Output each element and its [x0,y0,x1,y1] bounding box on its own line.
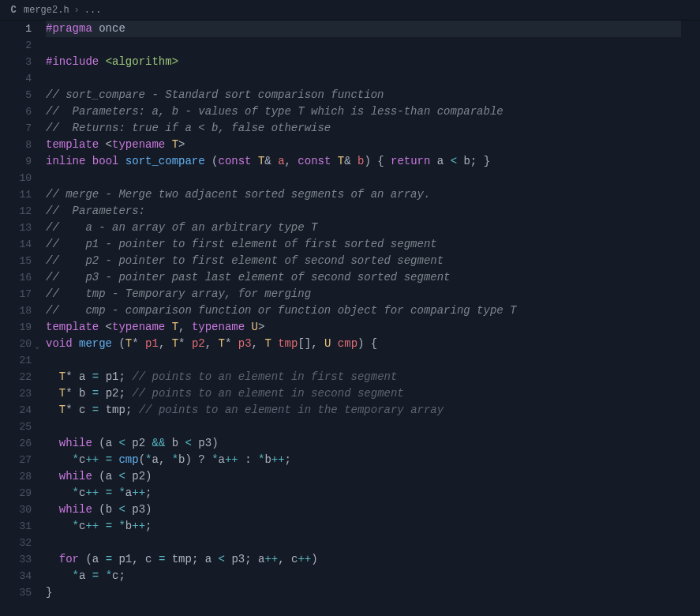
code-line[interactable] [46,70,681,87]
code-line[interactable]: // p3 - pointer past last element of sec… [46,269,681,286]
code-line[interactable]: // p1 - pointer to first element of firs… [46,236,681,253]
line-number[interactable]: 16 [0,269,32,286]
code-line[interactable]: while (a < p2) [46,468,681,485]
line-number[interactable]: 31 [0,518,32,535]
line-number[interactable]: 11 [0,186,32,203]
token: * [66,370,79,383]
token: // sort_compare - Standard sort comparis… [46,88,384,101]
token [85,155,92,167]
code-line[interactable]: // merge - Merge two adjacent sorted seg… [46,186,681,203]
token: template [46,138,99,151]
code-line[interactable]: // Returns: true if a < b, false otherwi… [46,120,681,137]
line-number[interactable]: 20⌄ [0,336,32,352]
token: // merge - Merge two adjacent sorted seg… [46,188,430,201]
token: tmp [106,404,125,416]
line-number[interactable]: 10 [0,170,32,186]
line-number[interactable]: 9 [0,153,32,170]
code-line[interactable] [46,419,681,435]
token: p3 [231,553,245,565]
line-number[interactable]: 15 [0,253,32,269]
code-line[interactable]: } [46,584,681,601]
code-line[interactable]: #include <algorithm> [46,54,681,70]
line-number[interactable]: 3 [0,54,32,70]
code-line[interactable]: *c++ = *a++; [46,485,681,501]
fold-chevron-icon[interactable]: ⌄ [32,339,39,347]
code-line[interactable]: while (b < p3) [46,501,681,518]
code-line[interactable] [46,37,681,54]
code-line[interactable]: *c++ = cmp(*a, *b) ? *a++ : *b++; [46,452,681,468]
line-number[interactable]: 8 [0,137,32,153]
line-number[interactable]: 19 [0,319,32,336]
code-line[interactable]: T* b = p2; // points to an element in se… [46,385,681,402]
line-number[interactable]: 33 [0,551,32,568]
code-line[interactable] [46,352,681,369]
code-line[interactable] [46,535,681,551]
code-line[interactable]: T* a = p1; // points to an element in fi… [46,369,681,385]
token: [], [298,337,324,350]
line-number[interactable]: 4 [0,70,32,87]
token: void [46,337,73,350]
token: = [99,520,118,532]
line-number[interactable]: 27 [0,452,32,468]
code-line[interactable]: // tmp - Temporary array, for merging [46,286,681,302]
line-number-gutter[interactable]: 1234567891011121314151617181920⌄21222324… [0,21,39,616]
code-line[interactable]: // p2 - pointer to first element of seco… [46,253,681,269]
line-number[interactable]: 29 [0,485,32,501]
line-number[interactable]: 7 [0,120,32,137]
code-area[interactable]: #pragma once#include <algorithm>// sort_… [39,21,681,616]
code-line[interactable]: inline bool sort_compare (const T& a, co… [46,153,681,170]
minimap[interactable] [681,21,700,616]
line-number[interactable]: 23 [0,385,32,402]
line-number[interactable]: 30 [0,501,32,518]
line-number[interactable]: 14 [0,236,32,253]
token [271,337,278,350]
breadcrumb-more[interactable]: ... [84,5,102,16]
line-number[interactable]: 5 [0,87,32,103]
token: < [112,503,132,516]
line-number[interactable]: 2 [0,37,32,54]
line-number[interactable]: 6 [0,103,32,120]
code-line[interactable]: // a - an array of an arbitrary type T [46,220,681,236]
token: p2 [106,387,119,400]
line-number[interactable]: 26 [0,435,32,452]
token: U [252,321,258,333]
line-number[interactable]: 13 [0,220,32,236]
token: a [92,553,99,565]
token: ( [205,155,219,167]
code-line[interactable]: for (a = p1, c = tmp; a < p3; a++, c++) [46,551,681,568]
breadcrumb-filename[interactable]: merge2.h [24,5,69,16]
token: , [159,337,172,350]
code-line[interactable]: void merge (T* p1, T* p2, T* p3, T tmp[]… [46,336,681,352]
line-number[interactable]: 24 [0,402,32,419]
code-line[interactable]: // cmp - comparison function or function… [46,302,681,319]
line-number[interactable]: 1 [0,21,32,37]
code-line[interactable]: template <typename T, typename U> [46,319,681,336]
code-line[interactable] [46,170,681,186]
token: tmp [278,337,298,350]
line-number[interactable]: 17 [0,286,32,302]
code-line[interactable]: *a = *c; [46,568,681,584]
code-line[interactable]: T* c = tmp; // points to an element in t… [46,402,681,419]
line-number[interactable]: 12 [0,203,32,220]
line-number[interactable]: 21 [0,352,32,369]
code-line[interactable]: // Parameters: [46,203,681,220]
code-line[interactable]: template <typename T> [46,137,681,153]
token: #pragma [46,22,92,35]
token: * [66,387,79,400]
token: ) [311,553,317,565]
code-line[interactable]: // Parameters: a, b - values of type T w… [46,103,681,120]
code-line[interactable]: #pragma once [46,21,681,37]
line-number[interactable]: 18 [0,302,32,319]
line-number[interactable]: 35 [0,584,32,601]
code-line[interactable]: *c++ = *b++; [46,518,681,535]
line-number[interactable]: 25 [0,419,32,435]
line-number[interactable]: 22 [0,369,32,385]
code-line[interactable]: // sort_compare - Standard sort comparis… [46,87,681,103]
code-line[interactable]: while (a < p2 && b < p3) [46,435,681,452]
token: a [125,486,132,499]
line-number[interactable]: 28 [0,468,32,485]
line-number[interactable]: 32 [0,535,32,551]
line-number[interactable]: 34 [0,568,32,584]
token: , [178,321,192,333]
token: < [99,321,112,333]
